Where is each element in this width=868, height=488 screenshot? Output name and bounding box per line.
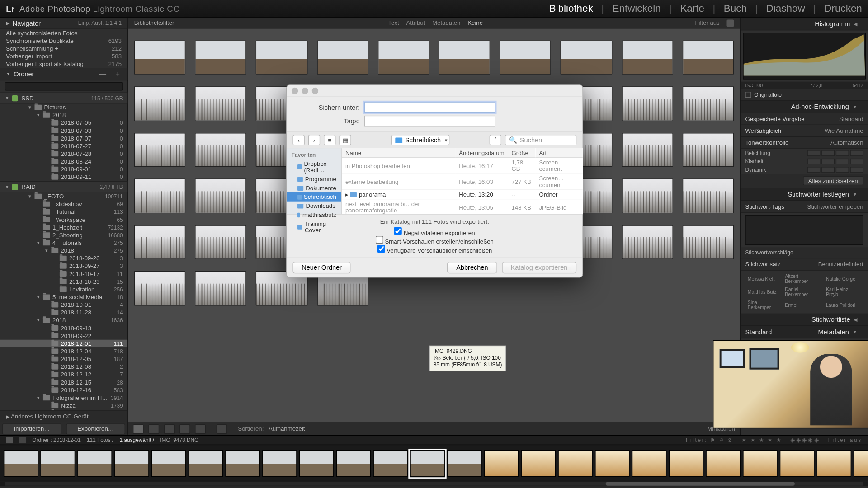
sidebar-item[interactable]: Dropbox (RedL… (287, 159, 341, 174)
filmstrip-thumbnail[interactable] (225, 450, 259, 476)
folder-item[interactable]: ▾20181636 (0, 316, 127, 324)
filmstrip-thumbnail[interactable] (447, 450, 481, 476)
second-window-icon[interactable] (19, 437, 26, 443)
collapse-icon[interactable]: ˄ (490, 135, 501, 145)
filmstrip-thumbnail[interactable] (336, 450, 371, 476)
keyword-suggestion[interactable]: Ermel (783, 299, 823, 311)
import-button[interactable]: Importieren… (2, 423, 61, 434)
filter-attribute[interactable]: Attribut (406, 20, 425, 27)
folder-item[interactable]: 2018-10-2315 (0, 278, 127, 286)
filmstrip-thumbnail[interactable] (484, 450, 519, 476)
filmstrip-thumbnail[interactable] (706, 450, 740, 476)
smart-previews-checkbox[interactable]: Smart-Vorschauen erstellen/einschließen (299, 236, 571, 245)
filter-lock-icon[interactable] (726, 19, 734, 27)
file-row[interactable]: ▸ panoramaHeute, 13:20--Ordner (342, 190, 583, 199)
view-list-icon[interactable]: ≡ (324, 135, 335, 145)
folder-item[interactable]: 2_Shooting16680 (0, 231, 127, 239)
filmstrip-thumbnail[interactable] (521, 450, 556, 476)
grid-thumbnail[interactable] (317, 41, 368, 75)
other-lightroom-device[interactable]: ▶ Anderes Lightroom CC-Gerät (0, 410, 127, 422)
folder-item[interactable]: ▾2018275 (0, 247, 127, 254)
folder-item[interactable]: 2018-12-1528 (0, 378, 127, 386)
folders-header[interactable]: ▼Ordner — + (0, 68, 127, 80)
grid-thumbnail[interactable] (683, 225, 734, 259)
filter-none[interactable]: Keine (467, 20, 483, 27)
filmstrip-thumbnail[interactable] (410, 450, 444, 476)
folder-item[interactable]: 2018-07-070 (0, 135, 127, 142)
quick-develop-slider[interactable]: Dynamik (741, 166, 868, 174)
folder-item[interactable]: 2018-12-127 (0, 371, 127, 378)
white-balance[interactable]: WeißabgleichWie Aufnahme (741, 125, 868, 137)
keyword-suggestion[interactable]: Matthias Butz (746, 286, 783, 298)
sort-value[interactable]: Aufnahmezeit (269, 426, 305, 432)
keyword-suggestion[interactable]: Melissa Kieft (746, 273, 783, 285)
grid-thumbnail[interactable] (622, 41, 673, 75)
folder-item[interactable]: 2018-07-030 (0, 127, 127, 135)
nav-back-icon[interactable]: ‹ (292, 135, 304, 145)
folder-item[interactable]: 2018-07-280 (0, 150, 127, 158)
filmstrip[interactable] (0, 445, 868, 482)
folder-item[interactable]: 2018-09-13 (0, 324, 127, 332)
filmstrip-thumbnail[interactable] (262, 450, 297, 476)
folder-item[interactable]: ▾4_Tutorials275 (0, 239, 127, 247)
module-book[interactable]: Buch (724, 3, 747, 14)
folder-item[interactable]: 2018-12-01111 (0, 340, 127, 347)
export-catalog-button[interactable]: Katalog exportieren (502, 262, 576, 273)
keyword-tags[interactable]: Stichwort-TagsStichwörter eingeben (741, 201, 868, 212)
search-field[interactable]: 🔍 Suchen (505, 135, 576, 145)
folder-item[interactable]: Levitation256 (0, 286, 127, 293)
filter-text[interactable]: Text (388, 20, 399, 27)
catalog-item[interactable]: Vorheriger Export als Katalog2175 (0, 60, 127, 68)
folder-item[interactable]: 2018-12-082 (0, 363, 127, 371)
keyword-input[interactable] (745, 215, 863, 245)
filter-metadata[interactable]: Metadaten (432, 20, 460, 27)
grid-thumbnail[interactable] (134, 41, 186, 75)
disk-ssd[interactable]: ▼ SSD 115 / 500 GB (0, 92, 127, 103)
grid-thumbnail[interactable] (683, 87, 734, 121)
filmstrip-thumbnail[interactable] (558, 450, 592, 476)
sidebar-item[interactable]: Downloads (287, 202, 341, 211)
folder-item[interactable]: _Tutorial113 (0, 208, 127, 216)
grid-thumbnail[interactable] (378, 41, 429, 75)
keyword-suggestion[interactable]: Daniel Berkemper (783, 286, 823, 298)
module-slideshow[interactable]: Diashow (766, 3, 805, 14)
filter-off[interactable]: Filter aus (695, 20, 719, 27)
folder-item[interactable]: 2018-07-270 (0, 142, 127, 150)
grid-thumbnail[interactable] (195, 133, 246, 167)
filmstrip-thumbnail[interactable] (743, 450, 777, 476)
filmstrip-thumbnail[interactable] (114, 450, 149, 476)
folder-item[interactable]: 2018-09-110 (0, 174, 127, 181)
view-loupe-icon[interactable] (148, 424, 159, 433)
grid-thumbnail[interactable] (195, 179, 246, 213)
filmstrip-thumbnail[interactable] (595, 450, 629, 476)
filmstrip-thumbnail[interactable] (817, 450, 851, 476)
module-map[interactable]: Karte (680, 3, 704, 14)
saved-preset[interactable]: Gespeicherte VorgabeStandard (741, 113, 868, 125)
export-button[interactable]: Exportieren… (66, 423, 125, 434)
grid-thumbnail[interactable] (134, 179, 186, 213)
grid-thumbnail[interactable] (683, 179, 734, 213)
folder-item[interactable]: ▾Pictures (0, 103, 127, 111)
grid-thumbnail[interactable] (622, 133, 673, 167)
grid-thumbnail[interactable] (256, 41, 307, 75)
folder-item[interactable]: 2018-08-240 (0, 158, 127, 165)
filmstrip-thumbnail[interactable] (373, 450, 408, 476)
filmstrip-thumbnail[interactable] (669, 450, 703, 476)
folder-item[interactable]: 2018-09-010 (0, 166, 127, 174)
quick-develop-slider[interactable]: Klarheit (741, 157, 868, 165)
close-icon[interactable] (292, 88, 298, 94)
catalog-item[interactable]: Schnellsammlung +212 (0, 45, 127, 52)
sidebar-item[interactable]: Dokumente (287, 183, 341, 192)
keyword-suggestion[interactable]: Sina Berkemper (746, 299, 783, 311)
filmstrip-thumbnail[interactable] (41, 450, 75, 476)
new-folder-button[interactable]: Neuer Ordner (292, 262, 350, 273)
view-group-icon[interactable]: ▦ (339, 135, 351, 145)
filmstrip-thumbnail[interactable] (77, 450, 112, 476)
tags-input[interactable] (364, 116, 495, 127)
folder-item[interactable]: 2018-11-2814 (0, 309, 127, 316)
sidebar-item[interactable]: Schreibtisch (287, 192, 341, 202)
save-as-input[interactable] (364, 102, 495, 113)
module-print[interactable]: Drucken (824, 3, 862, 14)
catalog-item[interactable]: Synchronisierte Duplikate6193 (0, 37, 127, 45)
navigator-header[interactable]: ▶Navigator Einp. Ausf. 1:1 4:1 (0, 18, 127, 29)
